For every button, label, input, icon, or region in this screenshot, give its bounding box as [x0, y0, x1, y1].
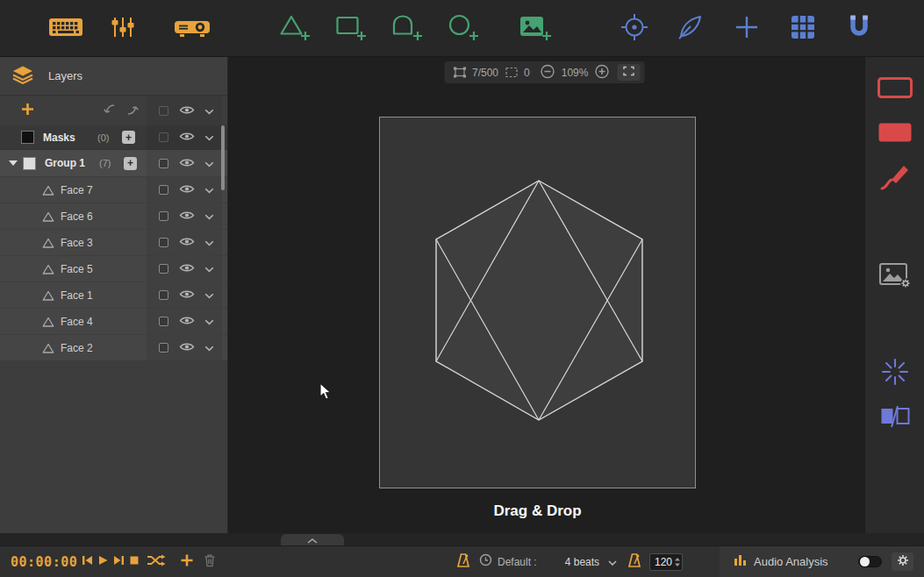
- face-layer-row[interactable]: Face 3: [0, 229, 227, 255]
- grid-button[interactable]: [785, 9, 820, 47]
- grid-icon: [789, 13, 817, 44]
- face-expand-button[interactable]: [204, 341, 214, 354]
- mask-outline-button[interactable]: [877, 73, 913, 104]
- add-layer-button[interactable]: [21, 103, 34, 118]
- group-checkbox[interactable]: [159, 159, 168, 168]
- add-triangle-button[interactable]: [277, 9, 312, 47]
- stop-button[interactable]: [126, 554, 142, 570]
- face-layer-row[interactable]: Face 1: [0, 281, 227, 308]
- mask-fill-button[interactable]: [877, 118, 913, 149]
- transport-bar: 00:00:00 Default : 4 beats: [0, 545, 924, 577]
- group-layer-row[interactable]: Group 1 (7) +: [0, 150, 227, 176]
- snap-magnet-button[interactable]: [842, 9, 877, 47]
- canvas-area[interactable]: 7/500 0 109% Drag & Drop: [229, 57, 863, 533]
- select-all-checkbox[interactable]: [159, 106, 168, 116]
- timeline-expand-tab[interactable]: [281, 534, 344, 545]
- layer-label: Face 1: [61, 289, 115, 302]
- timeline-collapsed-strip: [0, 533, 924, 545]
- face-visibility-button[interactable]: [179, 288, 195, 302]
- group-color-swatch[interactable]: [23, 157, 36, 170]
- audio-analysis-toggle[interactable]: [858, 556, 882, 567]
- bpm-stepper-arrows[interactable]: [674, 556, 681, 568]
- keyboard-mapping-button[interactable]: [48, 9, 83, 47]
- face-visibility-button[interactable]: [179, 210, 195, 223]
- add-point-button[interactable]: [729, 9, 764, 47]
- face-checkbox[interactable]: [159, 317, 168, 326]
- triangle-shape-icon: [42, 264, 54, 274]
- bpm-input[interactable]: [653, 556, 674, 568]
- masks-layer-row[interactable]: Masks (0) +: [0, 125, 227, 150]
- audio-settings-button[interactable]: [892, 552, 913, 571]
- center-view-button[interactable]: [617, 9, 652, 47]
- free-draw-button[interactable]: [673, 9, 708, 47]
- mapping-stage[interactable]: [379, 117, 696, 488]
- add-image-button[interactable]: [518, 9, 553, 47]
- group-row-controls: [147, 150, 222, 176]
- eye-icon: [179, 236, 195, 249]
- add-arch-button[interactable]: [390, 9, 425, 47]
- face-expand-button[interactable]: [204, 315, 214, 328]
- add-sequence-button[interactable]: [179, 554, 195, 570]
- masks-color-swatch[interactable]: [21, 131, 34, 144]
- play-button[interactable]: [95, 554, 111, 570]
- zoom-in-button[interactable]: [594, 64, 609, 82]
- face-layer-row[interactable]: Face 6: [0, 203, 227, 229]
- face-visibility-button[interactable]: [179, 262, 195, 275]
- face-expand-button[interactable]: [204, 262, 214, 275]
- face-checkbox[interactable]: [159, 185, 168, 195]
- add-ellipse-button[interactable]: [446, 9, 481, 47]
- face-checkbox[interactable]: [159, 264, 168, 274]
- face-layer-row[interactable]: Face 5: [0, 255, 227, 281]
- face-checkbox[interactable]: [159, 290, 168, 300]
- face-expand-button[interactable]: [204, 288, 214, 302]
- controls-panel-button[interactable]: [105, 9, 140, 47]
- mouse-cursor: [319, 382, 333, 405]
- group-visibility-button[interactable]: [179, 157, 195, 170]
- masks-checkbox[interactable]: [159, 132, 168, 142]
- face-expand-button[interactable]: [204, 183, 214, 196]
- face-layer-row[interactable]: Face 4: [0, 308, 227, 334]
- layer-label: Face 4: [61, 316, 115, 328]
- face-layer-row[interactable]: Face 7: [0, 176, 227, 203]
- effects-button[interactable]: [877, 357, 913, 388]
- hexagon-faces-shape[interactable]: [380, 118, 697, 489]
- output-button[interactable]: [175, 9, 210, 47]
- collapse-all-button[interactable]: [204, 104, 214, 118]
- add-shape-to-group-button[interactable]: +: [124, 157, 137, 170]
- face-visibility-button[interactable]: [179, 315, 195, 328]
- face-checkbox[interactable]: [159, 211, 168, 221]
- delete-sequence-button[interactable]: [202, 554, 218, 570]
- face-visibility-button[interactable]: [179, 183, 195, 196]
- tempo-source-label: Default :: [498, 556, 537, 568]
- blend-mode-button[interactable]: [877, 402, 913, 433]
- add-mask-button[interactable]: +: [122, 131, 135, 144]
- group-expand-button[interactable]: [204, 157, 214, 170]
- zoom-out-button[interactable]: [541, 64, 555, 82]
- shape-count-value: 7/500: [472, 67, 498, 79]
- face-checkbox[interactable]: [159, 343, 168, 353]
- metronome-icon: [627, 552, 641, 572]
- masks-expand-button[interactable]: [204, 131, 214, 144]
- move-layer-up-button[interactable]: [125, 103, 140, 118]
- fit-view-button[interactable]: [617, 64, 640, 81]
- add-rectangle-button[interactable]: [333, 9, 369, 47]
- visibility-all-button[interactable]: [179, 104, 195, 118]
- expander-triangle-icon[interactable]: [9, 160, 18, 166]
- paint-button[interactable]: [877, 162, 913, 194]
- paint-icon: [879, 163, 911, 194]
- face-visibility-button[interactable]: [179, 341, 195, 354]
- media-settings-button[interactable]: [877, 260, 913, 292]
- masks-visibility-button[interactable]: [179, 131, 195, 144]
- face-layer-row[interactable]: Face 2: [0, 334, 227, 360]
- face-checkbox[interactable]: [159, 238, 168, 247]
- move-layer-down-button[interactable]: [103, 103, 117, 118]
- face-visibility-button[interactable]: [179, 236, 195, 249]
- skip-start-button[interactable]: [79, 554, 95, 570]
- face-expand-button[interactable]: [204, 210, 214, 223]
- face-row-controls: [147, 177, 222, 203]
- face-expand-button[interactable]: [204, 236, 214, 249]
- beats-dropdown[interactable]: 4 beats: [565, 556, 617, 568]
- panel-scrollbar[interactable]: [221, 125, 225, 190]
- shuffle-button[interactable]: [146, 554, 167, 570]
- skip-end-button[interactable]: [111, 554, 126, 570]
